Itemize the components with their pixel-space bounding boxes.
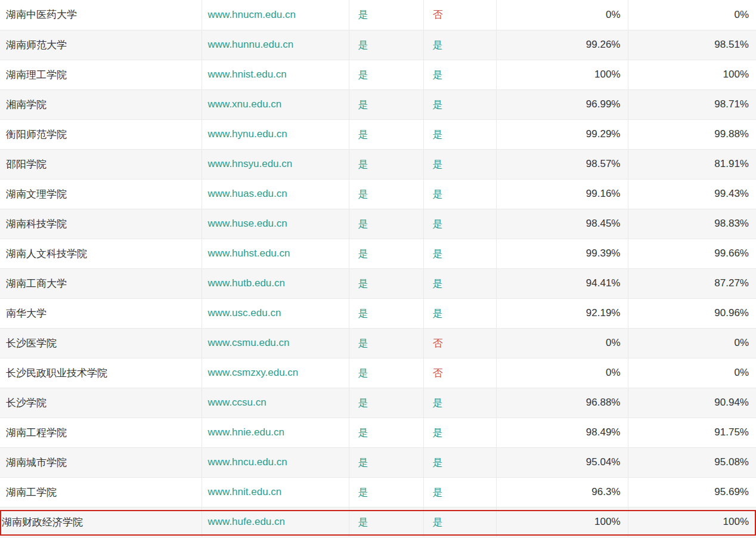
- website-link[interactable]: www.hufe.edu.cn: [202, 507, 349, 537]
- percentage-1-cell: 100%: [496, 60, 628, 89]
- percentage-1-cell: 99.29%: [496, 119, 628, 149]
- percentage-2-cell: 90.96%: [628, 298, 756, 328]
- status-flag-1-cell: 是: [349, 119, 423, 149]
- status-flag-1-cell: 是: [349, 60, 423, 89]
- status-flag-2-cell: 是: [423, 89, 496, 119]
- percentage-1-cell: 94.41%: [496, 268, 628, 298]
- status-flag-2-cell: 是: [423, 149, 496, 179]
- status-flag-2-cell: 是: [423, 477, 496, 507]
- table-row: 湖南城市学院 www.hncu.edu.cn 是 是 95.04% 95.08%: [0, 447, 756, 477]
- website-link[interactable]: www.hutb.edu.cn: [202, 268, 349, 298]
- website-link[interactable]: www.hnist.edu.cn: [202, 60, 349, 89]
- percentage-2-cell: 95.69%: [628, 477, 756, 507]
- university-name-cell: 湖南科技学院: [0, 209, 202, 239]
- percentage-1-cell: 98.57%: [496, 149, 628, 179]
- status-flag-2-cell: 是: [423, 179, 496, 209]
- percentage-1-cell: 99.16%: [496, 179, 628, 209]
- website-link[interactable]: www.csmu.edu.cn: [202, 328, 349, 358]
- status-flag-2-cell: 是: [423, 60, 496, 89]
- university-name-cell: 湖南工学院: [0, 477, 202, 507]
- status-flag-1-cell: 是: [349, 209, 423, 239]
- percentage-1-cell: 96.99%: [496, 89, 628, 119]
- table-row: 长沙学院 www.ccsu.cn 是 是 96.88% 90.94%: [0, 388, 756, 418]
- status-flag-2-cell: 否: [423, 328, 496, 358]
- status-flag-2-cell: 是: [423, 239, 496, 268]
- status-flag-1-cell: 是: [349, 447, 423, 477]
- percentage-1-cell: 0%: [496, 328, 628, 358]
- table-row: 衡阳师范学院 www.hynu.edu.cn 是 是 99.29% 99.88%: [0, 119, 756, 149]
- table-row: 长沙民政职业技术学院 www.csmzxy.edu.cn 是 否 0% 0%: [0, 358, 756, 388]
- university-name-cell: 湖南理工学院: [0, 60, 202, 89]
- website-link[interactable]: www.hncu.edu.cn: [202, 447, 349, 477]
- percentage-2-cell: 98.51%: [628, 30, 756, 60]
- percentage-1-cell: 92.19%: [496, 298, 628, 328]
- university-name-cell: 长沙学院: [0, 388, 202, 418]
- percentage-2-cell: 95.08%: [628, 447, 756, 477]
- website-link[interactable]: www.hynu.edu.cn: [202, 119, 349, 149]
- status-flag-2-cell: 是: [423, 119, 496, 149]
- status-flag-1-cell: 是: [349, 358, 423, 388]
- universities-table: 湖南中医药大学 www.hnucm.edu.cn 是 否 0% 0% 湖南师范大…: [0, 0, 756, 537]
- status-flag-2-cell: 是: [423, 418, 496, 447]
- website-link[interactable]: www.ccsu.cn: [202, 388, 349, 418]
- table-row: 湖南财政经济学院 www.hufe.edu.cn 是 是 100% 100%: [0, 507, 756, 537]
- percentage-1-cell: 98.49%: [496, 418, 628, 447]
- table-row: 湖南工程学院 www.hnie.edu.cn 是 是 98.49% 91.75%: [0, 418, 756, 447]
- status-flag-2-cell: 是: [423, 447, 496, 477]
- status-flag-1-cell: 是: [349, 477, 423, 507]
- university-name-cell: 衡阳师范学院: [0, 119, 202, 149]
- status-flag-1-cell: 是: [349, 89, 423, 119]
- university-name-cell: 湖南文理学院: [0, 179, 202, 209]
- university-name-cell: 邵阳学院: [0, 149, 202, 179]
- percentage-2-cell: 99.66%: [628, 239, 756, 268]
- status-flag-1-cell: 是: [349, 298, 423, 328]
- table-row: 邵阳学院 www.hnsyu.edu.cn 是 是 98.57% 81.91%: [0, 149, 756, 179]
- status-flag-1-cell: 是: [349, 149, 423, 179]
- website-link[interactable]: www.hnucm.edu.cn: [202, 0, 349, 30]
- status-flag-1-cell: 是: [349, 0, 423, 30]
- percentage-2-cell: 0%: [628, 0, 756, 30]
- website-link[interactable]: www.hnie.edu.cn: [202, 418, 349, 447]
- status-flag-1-cell: 是: [349, 388, 423, 418]
- percentage-2-cell: 99.88%: [628, 119, 756, 149]
- university-name-cell: 湖南财政经济学院: [0, 507, 202, 537]
- table-row: 湖南师范大学 www.hunnu.edu.cn 是 是 99.26% 98.51…: [0, 30, 756, 60]
- website-link[interactable]: www.xnu.edu.cn: [202, 89, 349, 119]
- website-link[interactable]: www.usc.edu.cn: [202, 298, 349, 328]
- table-row: 湖南工学院 www.hnit.edu.cn 是 是 96.3% 95.69%: [0, 477, 756, 507]
- website-link[interactable]: www.huse.edu.cn: [202, 209, 349, 239]
- status-flag-1-cell: 是: [349, 30, 423, 60]
- table-row: 湖南中医药大学 www.hnucm.edu.cn 是 否 0% 0%: [0, 0, 756, 30]
- percentage-2-cell: 100%: [628, 60, 756, 89]
- table-row: 湘南学院 www.xnu.edu.cn 是 是 96.99% 98.71%: [0, 89, 756, 119]
- table-row: 南华大学 www.usc.edu.cn 是 是 92.19% 90.96%: [0, 298, 756, 328]
- university-name-cell: 湖南城市学院: [0, 447, 202, 477]
- percentage-1-cell: 0%: [496, 358, 628, 388]
- table-row: 湖南工商大学 www.hutb.edu.cn 是 是 94.41% 87.27%: [0, 268, 756, 298]
- website-link[interactable]: www.csmzxy.edu.cn: [202, 358, 349, 388]
- university-name-cell: 湖南工商大学: [0, 268, 202, 298]
- website-link[interactable]: www.hunnu.edu.cn: [202, 30, 349, 60]
- status-flag-1-cell: 是: [349, 418, 423, 447]
- status-flag-2-cell: 是: [423, 209, 496, 239]
- university-name-cell: 长沙民政职业技术学院: [0, 358, 202, 388]
- status-flag-2-cell: 否: [423, 0, 496, 30]
- website-link[interactable]: www.huas.edu.cn: [202, 179, 349, 209]
- percentage-1-cell: 99.39%: [496, 239, 628, 268]
- website-link[interactable]: www.hnsyu.edu.cn: [202, 149, 349, 179]
- status-flag-2-cell: 是: [423, 388, 496, 418]
- university-name-cell: 湖南中医药大学: [0, 0, 202, 30]
- table-row: 湖南文理学院 www.huas.edu.cn 是 是 99.16% 99.43%: [0, 179, 756, 209]
- status-flag-1-cell: 是: [349, 239, 423, 268]
- university-name-cell: 湖南工程学院: [0, 418, 202, 447]
- percentage-1-cell: 100%: [496, 507, 628, 537]
- status-flag-1-cell: 是: [349, 179, 423, 209]
- status-flag-2-cell: 是: [423, 298, 496, 328]
- website-link[interactable]: www.huhst.edu.cn: [202, 239, 349, 268]
- percentage-2-cell: 98.83%: [628, 209, 756, 239]
- website-link[interactable]: www.hnit.edu.cn: [202, 477, 349, 507]
- percentage-2-cell: 81.91%: [628, 149, 756, 179]
- percentage-2-cell: 98.71%: [628, 89, 756, 119]
- percentage-2-cell: 90.94%: [628, 388, 756, 418]
- percentage-1-cell: 96.3%: [496, 477, 628, 507]
